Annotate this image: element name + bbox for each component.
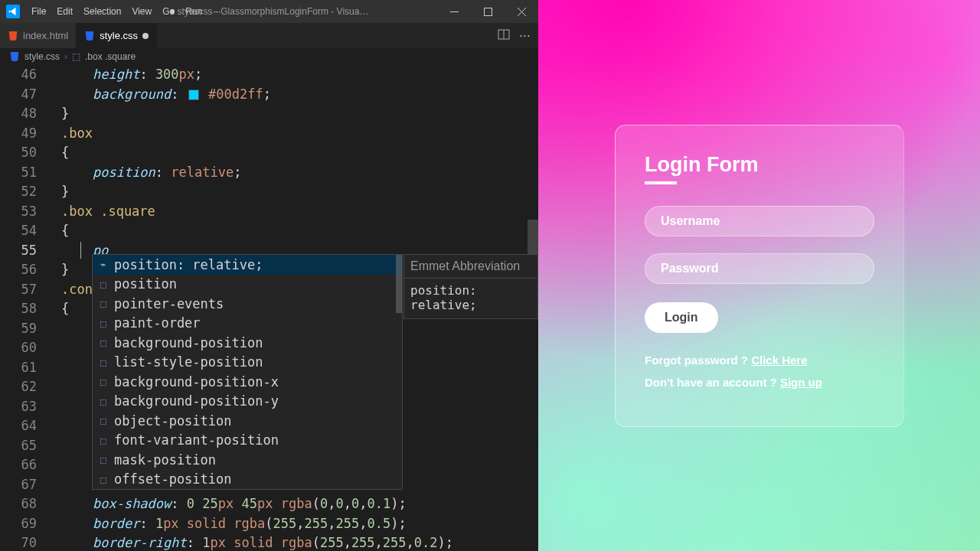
login-title: Login Form	[645, 153, 874, 184]
property-icon: ⬚	[97, 473, 109, 485]
suggest-item[interactable]: ⬚background-position	[93, 333, 402, 353]
property-icon: ⬚	[97, 395, 109, 407]
signup-text: Don't have an account ?	[645, 376, 780, 389]
suggest-item[interactable]: ⌁position: relative;	[93, 255, 402, 275]
property-icon: ⬚	[97, 415, 109, 427]
css-rule-icon: ⬚	[72, 51, 80, 62]
suggest-item[interactable]: ⬚list-style-position	[93, 353, 402, 373]
suggest-item[interactable]: ⬚font-variant-position	[93, 431, 402, 451]
window-title-text: style.css - GlassmorphismLoginForm - Vis…	[178, 6, 369, 17]
login-card: Login Form Login Forgot password ? Click…	[615, 125, 904, 427]
property-icon: ⬚	[97, 356, 109, 368]
breadcrumb[interactable]: style.css › ⬚ .box .square	[0, 48, 538, 65]
property-icon: ⬚	[97, 278, 109, 290]
login-button[interactable]: Login	[645, 302, 718, 333]
suggest-detail-title: Emmet Abbreviation	[404, 255, 537, 278]
suggest-item[interactable]: ⬚object-position	[93, 411, 402, 431]
titlebar: File Edit Selection View Go Run ··· styl…	[0, 0, 538, 23]
close-button[interactable]	[505, 0, 538, 23]
svg-rect-0	[450, 11, 459, 12]
split-editor-icon[interactable]	[498, 28, 510, 44]
maximize-button[interactable]	[471, 0, 505, 23]
css-file-icon	[9, 51, 20, 62]
menu-file[interactable]: File	[26, 0, 51, 23]
forgot-text: Forgot password ?	[645, 354, 751, 367]
property-icon: ⬚	[97, 434, 109, 446]
menu-view[interactable]: View	[126, 0, 157, 23]
minimize-button[interactable]	[437, 0, 471, 23]
vscode-editor: File Edit Selection View Go Run ··· styl…	[0, 0, 538, 551]
suggest-item[interactable]: ⬚background-position-y	[93, 392, 402, 412]
suggest-item[interactable]: ⬚background-position-x	[93, 372, 402, 392]
window-controls	[437, 0, 538, 23]
editor-tabs: index.html style.css ···	[0, 23, 538, 48]
login-links: Forgot password ? Click Here Don't have …	[645, 350, 874, 393]
suggest-item[interactable]: ⬚pointer-events	[93, 294, 402, 314]
chevron-right-icon: ›	[64, 51, 67, 62]
breadcrumb-file[interactable]: style.css	[24, 51, 60, 62]
css-file-icon	[84, 31, 95, 41]
modified-dot-icon	[170, 9, 175, 14]
username-input[interactable]	[645, 206, 874, 236]
forgot-link[interactable]: Click Here	[751, 354, 807, 367]
vscode-logo-icon	[6, 5, 20, 18]
tab-label: style.css	[100, 30, 138, 41]
tab-stylecss[interactable]: style.css	[77, 23, 157, 48]
property-icon: ⬚	[97, 337, 109, 349]
browser-preview: Login Form Login Forgot password ? Click…	[538, 0, 980, 551]
property-icon: ⬚	[97, 298, 109, 310]
line-gutter: 4647484950515253545556575859606162636465…	[0, 65, 46, 551]
intellisense-detail: Emmet Abbreviation position: relative;	[403, 254, 538, 319]
tab-label: index.html	[23, 30, 68, 41]
suggest-item[interactable]: ⬚mask-position	[93, 450, 402, 470]
property-icon: ⬚	[97, 454, 109, 466]
signup-link[interactable]: Sign up	[780, 376, 822, 389]
more-actions-icon[interactable]: ···	[519, 28, 531, 44]
menu-edit[interactable]: Edit	[51, 0, 78, 23]
suggest-scrollbar[interactable]	[396, 255, 402, 313]
suggest-item[interactable]: ⬚position	[93, 275, 402, 295]
tab-indexhtml[interactable]: index.html	[0, 23, 77, 48]
suggest-item[interactable]: ⬚offset-position	[93, 470, 402, 490]
suggest-detail-body: position: relative;	[404, 278, 537, 315]
property-icon: ⬚	[97, 376, 109, 388]
abbreviation-icon: ⌁	[97, 259, 109, 271]
html-file-icon	[8, 31, 18, 41]
unsaved-dot-icon	[142, 33, 149, 39]
window-title: style.css - GlassmorphismLoginForm - Vis…	[170, 6, 369, 17]
svg-rect-1	[484, 8, 492, 15]
property-icon: ⬚	[97, 317, 109, 329]
menu-selection[interactable]: Selection	[78, 0, 126, 23]
breadcrumb-selector[interactable]: .box .square	[85, 51, 136, 62]
suggest-item[interactable]: ⬚paint-order	[93, 314, 402, 334]
intellisense-popup[interactable]: ⌁position: relative;⬚position⬚pointer-ev…	[92, 254, 403, 490]
password-input[interactable]	[645, 253, 874, 284]
